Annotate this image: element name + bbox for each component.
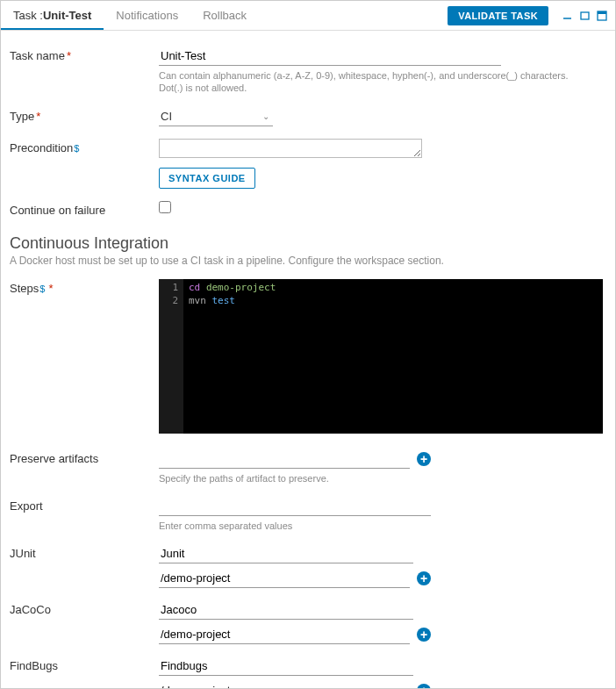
findbugs-name-input[interactable] bbox=[159, 657, 413, 676]
precondition-input[interactable] bbox=[159, 139, 422, 158]
row-preserve-artifacts: Preserve artifacts + Specify the paths o… bbox=[10, 449, 606, 484]
editor-code[interactable]: cd demo-project mvn test bbox=[183, 279, 281, 434]
findbugs-path-input[interactable] bbox=[159, 681, 410, 688]
row-steps: Steps$* 1 2 cd demo-project mvn test bbox=[10, 279, 606, 434]
row-precondition: Precondition$ SYNTAX GUIDE bbox=[10, 139, 606, 189]
export-input[interactable] bbox=[159, 497, 431, 516]
dock-icon[interactable] bbox=[596, 10, 608, 22]
row-jacoco: JaCoCo + bbox=[10, 600, 606, 644]
add-icon[interactable]: + bbox=[417, 628, 431, 642]
label-preserve-artifacts: Preserve artifacts bbox=[10, 449, 159, 465]
tab-active-name: Unit-Test bbox=[43, 9, 91, 22]
svg-rect-3 bbox=[598, 11, 606, 14]
jacoco-name-input[interactable] bbox=[159, 600, 413, 620]
tab-task[interactable]: Task :Unit-Test bbox=[1, 2, 104, 30]
row-junit: JUnit + bbox=[10, 544, 606, 588]
tab-notifications[interactable]: Notifications bbox=[104, 2, 190, 30]
tab-list: Task :Unit-Test Notifications Rollback bbox=[1, 2, 448, 30]
label-jacoco: JaCoCo bbox=[10, 600, 159, 616]
label-steps: Steps$* bbox=[10, 279, 159, 295]
tab-rollback[interactable]: Rollback bbox=[190, 2, 259, 30]
task-name-input[interactable] bbox=[159, 47, 501, 66]
svg-rect-1 bbox=[581, 12, 589, 19]
validate-task-button[interactable]: VALIDATE TASK bbox=[448, 6, 548, 25]
continue-on-failure-checkbox[interactable] bbox=[159, 201, 171, 213]
editor-gutter: 1 2 bbox=[159, 279, 183, 434]
type-value: CI bbox=[161, 110, 172, 123]
preserve-artifacts-input[interactable] bbox=[159, 449, 410, 469]
label-junit: JUnit bbox=[10, 544, 159, 560]
export-hint: Enter comma separated values bbox=[159, 520, 591, 532]
jacoco-path-input[interactable] bbox=[159, 625, 410, 644]
label-task-name: Task name* bbox=[10, 47, 159, 62]
add-icon[interactable]: + bbox=[417, 452, 431, 466]
add-icon[interactable]: + bbox=[417, 571, 431, 585]
syntax-guide-button[interactable]: SYNTAX GUIDE bbox=[159, 168, 255, 189]
maximize-icon[interactable] bbox=[578, 10, 591, 22]
row-task-name: Task name* Can contain alphanumeric (a-z… bbox=[10, 47, 606, 95]
header-bar: Task :Unit-Test Notifications Rollback V… bbox=[1, 1, 615, 31]
chevron-down-icon: ⌄ bbox=[262, 111, 269, 121]
row-type: Type* CI ⌄ bbox=[10, 107, 606, 126]
label-export: Export bbox=[10, 497, 159, 513]
type-select[interactable]: CI ⌄ bbox=[159, 107, 273, 126]
ci-section-hint: A Docker host must be set up to use a CI… bbox=[10, 255, 606, 267]
content-body[interactable]: Task name* Can contain alphanumeric (a-z… bbox=[1, 31, 615, 688]
bind-icon: $ bbox=[39, 283, 45, 294]
label-type: Type* bbox=[10, 107, 159, 123]
label-findbugs: FindBugs bbox=[10, 657, 159, 672]
task-name-hint: Can contain alphanumeric (a-z, A-Z, 0-9)… bbox=[159, 69, 591, 95]
tab-prefix: Task : bbox=[13, 9, 43, 22]
junit-name-input[interactable] bbox=[159, 544, 413, 563]
label-precondition: Precondition$ bbox=[10, 139, 159, 154]
ci-section-title: Continuous Integration bbox=[10, 234, 606, 253]
add-icon[interactable]: + bbox=[417, 684, 431, 688]
minimize-icon[interactable] bbox=[561, 10, 573, 22]
bind-icon: $ bbox=[74, 143, 79, 154]
junit-path-input[interactable] bbox=[159, 569, 410, 588]
preserve-artifacts-hint: Specify the paths of artifact to preserv… bbox=[159, 472, 591, 484]
steps-editor[interactable]: 1 2 cd demo-project mvn test bbox=[159, 279, 603, 434]
row-findbugs: FindBugs + bbox=[10, 657, 606, 688]
row-continue-on-failure: Continue on failure bbox=[10, 201, 606, 217]
label-continue-on-failure: Continue on failure bbox=[10, 201, 159, 217]
row-export: Export Enter comma separated values bbox=[10, 497, 606, 532]
